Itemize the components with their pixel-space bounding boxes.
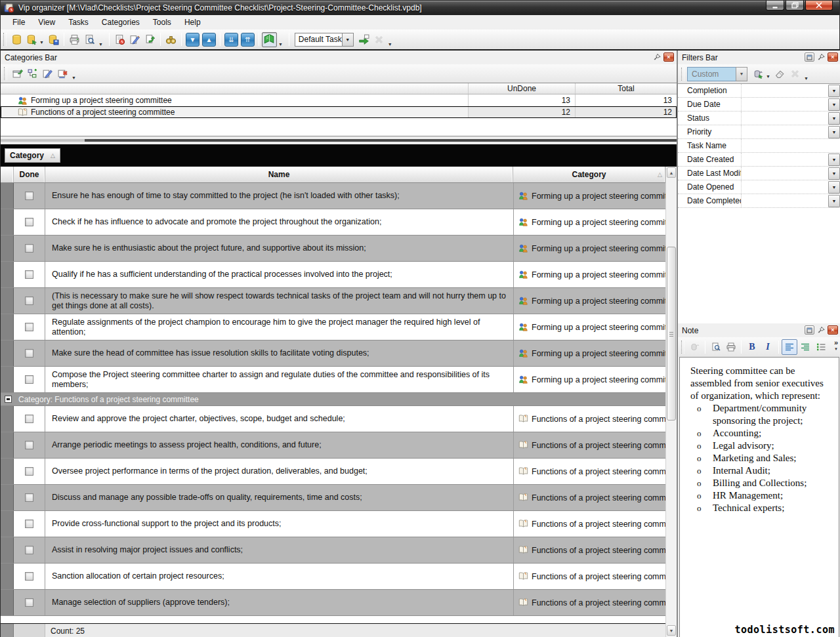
task-row[interactable]: Make sure he is enthusiastic about the p… xyxy=(1,236,665,262)
done-checkbox[interactable] xyxy=(25,192,33,200)
restore-panel-icon[interactable] xyxy=(805,325,814,335)
filter-value[interactable] xyxy=(742,194,828,207)
print-button[interactable] xyxy=(67,32,82,47)
clear-filter-button[interactable] xyxy=(772,66,788,81)
new-task-button[interactable] xyxy=(112,32,127,47)
done-checkbox[interactable] xyxy=(25,572,33,581)
note-toolbar-grip[interactable] xyxy=(681,340,684,354)
filters-close-button[interactable]: × xyxy=(828,52,838,62)
filters-toolbar-overflow[interactable]: ▼ xyxy=(804,76,808,81)
move-down-button[interactable]: ▼ xyxy=(186,33,200,47)
category-row[interactable]: Forming up a project steering committee … xyxy=(1,94,677,106)
print-group-overflow[interactable]: ▼ xyxy=(98,42,103,47)
done-checkbox[interactable] xyxy=(25,349,33,358)
task-template-combobox[interactable]: Default Task ▼ xyxy=(295,33,354,47)
filter-dropdown-button[interactable]: ▼ xyxy=(828,167,840,180)
category-row[interactable]: Functions of a project steering committe… xyxy=(1,106,677,118)
task-row[interactable]: Review and approve the project charter, … xyxy=(1,406,665,432)
task-row[interactable]: Regulate assignments of the project cham… xyxy=(1,314,665,340)
open-database-button[interactable] xyxy=(24,32,39,47)
task-row[interactable]: Oversee project performance in terms of … xyxy=(1,459,665,485)
filter-preset-combobox[interactable]: Custom ▼ xyxy=(687,67,747,81)
task-row[interactable]: Sanction allocation of certain project r… xyxy=(1,564,665,590)
total-column-header[interactable]: Total xyxy=(575,83,677,94)
bold-button[interactable]: B xyxy=(744,339,760,355)
delete-category-button[interactable] xyxy=(55,66,70,81)
done-checkbox[interactable] xyxy=(25,375,33,384)
pin-icon[interactable] xyxy=(652,52,662,62)
category-column-header[interactable]: Category△ xyxy=(513,167,665,182)
done-checkbox[interactable] xyxy=(25,441,33,449)
filter-dropdown-button[interactable]: ▼ xyxy=(828,154,840,166)
task-row[interactable]: Qualify if he has a sufficient understan… xyxy=(1,262,665,288)
filter-value[interactable] xyxy=(742,125,828,138)
new-category-button[interactable] xyxy=(10,66,25,81)
note-print-button[interactable] xyxy=(723,340,738,355)
align-right-button[interactable] xyxy=(797,339,813,355)
done-checkbox[interactable] xyxy=(25,323,33,331)
insert-template-button[interactable] xyxy=(356,32,371,47)
group-header-row[interactable]: Category: Functions of a project steerin… xyxy=(1,393,665,406)
filter-dropdown-button[interactable]: ▼ xyxy=(828,195,840,207)
edit-category-button[interactable] xyxy=(40,66,55,81)
filter-value[interactable] xyxy=(742,139,840,152)
categories-name-column-header[interactable] xyxy=(1,83,468,94)
task-row[interactable]: Ensure he has enough of time to stay com… xyxy=(1,183,665,209)
done-checkbox[interactable] xyxy=(25,520,33,528)
filter-dropdown-button[interactable]: ▼ xyxy=(828,85,840,97)
title-bar[interactable]: Vip organizer [M:\Vlad\Checklists\Projec… xyxy=(1,1,839,15)
task-row[interactable]: Arrange periodic meetings to assess proj… xyxy=(1,432,665,459)
task-row[interactable]: Make sure the head of committee has issu… xyxy=(1,340,665,367)
menu-tools[interactable]: Tools xyxy=(146,16,178,29)
scroll-down-button[interactable]: ▼ xyxy=(667,625,676,636)
menu-view[interactable]: View xyxy=(32,16,62,29)
categories-toolbar-grip[interactable] xyxy=(4,67,7,80)
pin-icon[interactable] xyxy=(816,325,826,335)
menu-categories[interactable]: Categories xyxy=(95,16,146,29)
menu-help[interactable]: Help xyxy=(178,16,207,29)
save-database-button[interactable] xyxy=(46,32,61,47)
restore-panel-icon[interactable] xyxy=(805,52,814,62)
scroll-up-button[interactable]: ▲ xyxy=(667,167,676,178)
group-by-chip[interactable]: Category △ xyxy=(5,148,60,163)
filter-value[interactable] xyxy=(742,180,828,194)
move-to-bottom-button[interactable]: ⇊ xyxy=(224,33,238,47)
delete-button[interactable] xyxy=(371,32,387,47)
categories-toolbar-overflow[interactable]: ▼ xyxy=(72,75,76,80)
scrollbar-thumb[interactable] xyxy=(667,247,676,421)
apply-filter-caret[interactable]: ▼ xyxy=(766,74,770,79)
menu-tasks[interactable]: Tasks xyxy=(62,16,95,29)
task-row[interactable]: (This is necessary to make sure he will … xyxy=(1,288,665,314)
notes-group-overflow[interactable]: ▼ xyxy=(278,42,283,47)
filters-toolbar-grip[interactable] xyxy=(681,68,684,81)
name-column-header[interactable]: Name xyxy=(45,167,513,182)
note-toolbar-overflow[interactable]: »▼ xyxy=(834,339,838,352)
note-close-button[interactable]: × xyxy=(828,325,838,335)
apply-filter-button[interactable] xyxy=(751,66,766,81)
print-preview-button[interactable] xyxy=(82,32,97,47)
filter-value[interactable] xyxy=(742,153,828,166)
done-checkbox[interactable] xyxy=(25,244,33,253)
filter-dropdown-button[interactable]: ▼ xyxy=(828,112,840,125)
filter-dropdown-button[interactable]: ▼ xyxy=(828,181,840,194)
collapse-icon[interactable] xyxy=(5,396,12,403)
bullet-list-button[interactable] xyxy=(813,339,829,355)
done-checkbox[interactable] xyxy=(25,218,33,226)
task-row[interactable]: Assist in resolving major project issues… xyxy=(1,537,665,564)
filter-value[interactable] xyxy=(742,98,828,111)
note-editor[interactable]: Steering committee can be assembled from… xyxy=(679,357,839,637)
duplicate-task-button[interactable] xyxy=(142,32,158,47)
open-database-caret[interactable]: ▼ xyxy=(39,40,44,45)
vertical-scrollbar[interactable]: ▲ ▼ xyxy=(665,167,677,637)
undone-column-header[interactable]: UnDone xyxy=(468,83,575,94)
done-checkbox[interactable] xyxy=(25,493,33,502)
italic-button[interactable]: I xyxy=(760,339,776,355)
done-column-header[interactable]: Done xyxy=(14,167,45,182)
filter-value[interactable] xyxy=(742,84,828,97)
done-checkbox[interactable] xyxy=(25,598,33,607)
toolbar-grip[interactable] xyxy=(3,33,7,46)
close-button[interactable] xyxy=(805,1,833,10)
filter-value[interactable] xyxy=(742,167,828,180)
minimize-button[interactable] xyxy=(766,1,784,10)
move-to-top-button[interactable]: ⇈ xyxy=(241,33,255,47)
